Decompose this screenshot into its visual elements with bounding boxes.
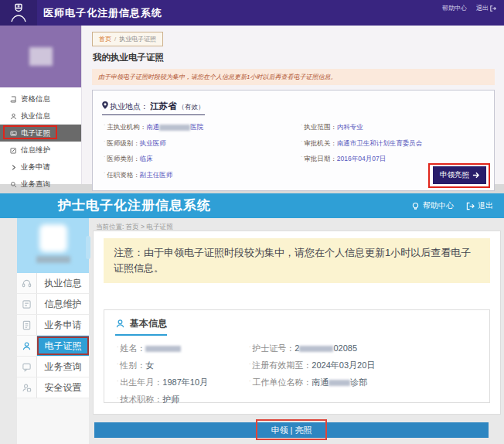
location-value: 江苏省: [150, 101, 177, 112]
field-tick: ·: [117, 361, 118, 367]
breadcrumb-home[interactable]: 首页: [99, 35, 111, 43]
field-value-suffix: 医院: [190, 123, 203, 131]
logout-icon: [490, 5, 496, 12]
nurse-notice-banner: 注意：由于申领电子证照时段较为集中，请您在个人信息更新1小时以后查看电子证照信息…: [104, 238, 490, 283]
field-label: 执业范围：: [304, 123, 337, 131]
location-label: 执业地点：: [110, 101, 148, 112]
arrow-right-icon: [472, 172, 479, 179]
doctor-license-card: 执业地点： 江苏省 （有效） ·主执业机构：南通医院 ·医师级别：执业医师 ·医…: [92, 90, 495, 191]
redacted-text: [299, 346, 333, 352]
doctor-menu: 资格信息 执业信息 电子证照 信息维护 业务申请: [0, 87, 81, 193]
sidebar-item-info-maintenance[interactable]: 信息维护: [17, 294, 89, 315]
field-label: 注册有效期至：: [252, 360, 312, 370]
sidebar-item-business-apply[interactable]: 业务申请: [0, 159, 81, 176]
sidebar-item-business-apply[interactable]: 业务申请: [17, 315, 89, 336]
sidebar-item-label: 业务申请: [21, 162, 50, 172]
field-tick: ·: [301, 154, 302, 159]
doctor-avatar-block: [0, 26, 81, 87]
sidebar-item-qualification-info[interactable]: 资格信息: [0, 91, 81, 108]
field-row-work-unit: ·工作单位名称：南通诊部: [249, 377, 375, 388]
field-value: 女: [145, 360, 154, 370]
field-value: 内科专业: [337, 123, 363, 131]
field-label: 医师级别：: [107, 139, 140, 147]
lightbulb-icon: [411, 202, 420, 210]
apply-license-button[interactable]: 申领亮照: [433, 166, 486, 184]
field-tick: ·: [249, 378, 250, 384]
field-label: 任职资格：: [107, 171, 140, 179]
field-value: 执业医师: [140, 139, 166, 147]
doctor-sidebar: 资格信息 执业信息 电子证照 信息维护 业务申请: [0, 26, 82, 184]
doctor-help-link[interactable]: 帮助中心: [442, 4, 467, 12]
sidebar-item-electronic-license[interactable]: 电子证照: [17, 336, 89, 357]
sidebar-item-electronic-license[interactable]: 电子证照: [0, 125, 81, 142]
field-row-main-institution: ·主执业机构：南通医院: [104, 122, 203, 132]
basic-info-header: 基本信息: [115, 317, 167, 336]
edit-icon: [10, 147, 17, 154]
doctor-logout-link[interactable]: 退出: [476, 4, 496, 12]
field-label: 主执业机构：: [107, 123, 146, 131]
nurse-avatar: [39, 224, 67, 252]
field-row-doctor-level: ·医师级别：执业医师: [104, 138, 203, 149]
chat-icon: [22, 362, 32, 372]
breadcrumb: 首页 / 执业电子证照: [92, 32, 163, 46]
field-row-registration-valid-until: ·注册有效期至：2024年03月20日: [249, 360, 375, 371]
sidebar-item-label: 电子证照: [37, 336, 89, 356]
nurse-help-label: 帮助中心: [423, 200, 454, 211]
field-label: 性别：: [120, 360, 145, 370]
nurse-sidebar: 执业信息 信息维护 业务申请 电子证照 业务查询 安全设置: [17, 218, 89, 444]
sidebar-item-business-query[interactable]: 业务查询: [0, 176, 81, 193]
note-icon: [22, 299, 32, 309]
field-value-prefix: 南通: [312, 377, 329, 387]
sidebar-item-label: 资格信息: [21, 94, 50, 104]
nurse-name-redacted: [36, 256, 70, 263]
nurse-logout-link[interactable]: 退出: [466, 200, 493, 211]
sidebar-item-label: 业务查询: [37, 357, 89, 377]
apply-view-license-button[interactable]: 申领 | 亮照: [94, 422, 489, 438]
field-row-birth-date: ·出生年月：1987年10月: [117, 377, 208, 388]
redacted-text: [145, 346, 181, 352]
logout-icon: [466, 202, 475, 210]
headset-icon: [22, 278, 32, 289]
field-value: 护师: [162, 394, 179, 404]
field-label: 技术职称：: [120, 394, 162, 404]
person-icon: [10, 113, 17, 120]
location-pin-icon: [102, 101, 108, 109]
sidebar-item-practice-info[interactable]: 执业信息: [17, 273, 89, 294]
doctor-system-section: 医师电子化注册信息系统 帮助中心 退出 资格信息 执业信息: [0, 0, 504, 193]
page-title: 我的执业电子证照: [93, 52, 504, 63]
location-status: （有效）: [179, 103, 205, 112]
redacted-text: [159, 125, 190, 131]
field-row-nurse-cert-number: ·护士证号：202085: [249, 343, 375, 354]
doctor-main-content: 首页 / 执业电子证照 我的执业电子证照 由于申领电子证照时段较为集中，请您在个…: [83, 26, 504, 184]
field-value: 副主任医师: [140, 171, 173, 179]
sidebar-item-label: 业务查询: [21, 179, 50, 190]
doctor-logout-label: 退出: [476, 4, 489, 12]
field-value: 1987年10月: [162, 377, 208, 387]
field-tick: ·: [301, 122, 302, 128]
practice-location-heading: 执业地点： 江苏省 （有效）: [102, 101, 205, 115]
nurse-content-card: 注意：由于申领电子证照时段较为集中，请您在个人信息更新1小时以后查看电子证照信息…: [93, 231, 501, 415]
nurse-header: 护士电子化注册信息系统 帮助中心 退出: [0, 193, 504, 218]
doctor-notice-banner: 由于申领电子证照时段较为集中，请您在个人信息更新1小时以后再查看电子证照信息。: [92, 69, 495, 85]
nurse-help-link[interactable]: 帮助中心: [411, 200, 454, 211]
field-label: 医师类别：: [107, 155, 140, 162]
basic-info-panel: 基本信息 ·姓名： ·性别：女 ·出生年月：1987年10月: [104, 309, 490, 403]
basic-info-title: 基本信息: [130, 317, 167, 330]
sidebar-item-business-query[interactable]: 业务查询: [17, 357, 89, 377]
person-lock-icon: [22, 383, 32, 393]
sidebar-item-label: 安全设置: [37, 377, 89, 398]
chevron-right-icon: [10, 164, 17, 171]
field-tick: ·: [104, 122, 105, 128]
apply-view-license-label: 申领 | 亮照: [271, 425, 312, 436]
sidebar-item-info-maintenance[interactable]: 信息维护: [0, 142, 81, 159]
sidebar-item-security-settings[interactable]: 安全设置: [17, 377, 89, 398]
doctor-logo-icon: [0, 0, 37, 26]
nurse-system-section: 护士电子化注册信息系统 帮助中心 退出 执业信息: [0, 193, 504, 444]
field-row-practice-scope: ·执业范围：内科专业: [301, 122, 422, 132]
book-icon: [10, 96, 17, 103]
scrollbar-thumb[interactable]: [86, 236, 90, 259]
field-tick: ·: [104, 138, 105, 144]
sidebar-item-label: 信息维护: [37, 294, 89, 314]
doctor-app-title: 医师电子化注册信息系统: [43, 0, 162, 26]
sidebar-item-practice-info[interactable]: 执业信息: [0, 108, 81, 125]
